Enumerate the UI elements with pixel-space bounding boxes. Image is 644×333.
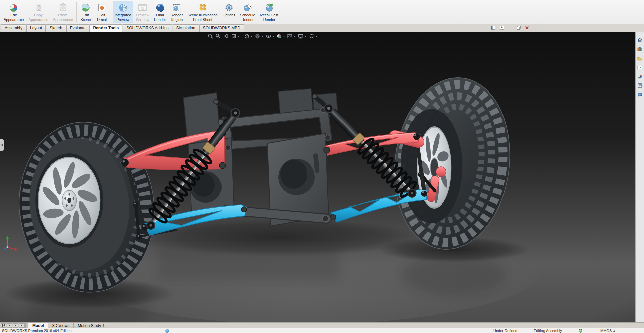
feature-manager-flyout-arrow[interactable] [0, 139, 4, 151]
final-render-button[interactable]: FinalRender [152, 1, 168, 23]
tab-solidworks-add-ins[interactable]: SOLIDWORKS Add-Ins [123, 24, 172, 32]
units-selector[interactable]: MMGS [600, 329, 615, 333]
apply-scene-icon[interactable] [287, 33, 296, 39]
dropdown-caret[interactable] [238, 36, 240, 37]
document-tab-bar: Model 3D Views Motion Study 1 [0, 322, 644, 328]
document-window-controls [490, 25, 530, 30]
zoom-to-fit-icon[interactable] [208, 33, 213, 39]
section-view-icon[interactable] [231, 33, 240, 39]
solidworks-resources-icon[interactable] [637, 37, 643, 43]
edit-scene-icon [81, 2, 91, 13]
edit-appearance-button[interactable]: EditAppearance [2, 1, 26, 23]
command-manager-tab-bar: Assembly Layout Sketch Evaluate Render T… [0, 24, 644, 32]
tab-scroll-buttons [0, 323, 26, 328]
reference-triad [3, 233, 20, 252]
status-bar: SOLIDWORKS Premium 2016 x64 Edition Unde… [0, 328, 644, 333]
view-orientation-icon[interactable] [244, 33, 253, 39]
dropdown-caret[interactable] [272, 36, 274, 37]
tab-layout[interactable]: Layout [26, 24, 46, 32]
preview-window-icon [137, 2, 148, 13]
scene-illumination-proof-sheet-button[interactable]: Scene IlluminationProof Sheet [186, 1, 220, 23]
options-button[interactable]: Options [220, 1, 237, 23]
status-globe-icon[interactable] [579, 329, 582, 333]
custom-properties-icon[interactable] [637, 82, 643, 88]
view-settings-icon[interactable] [298, 33, 307, 39]
dropdown-caret[interactable] [261, 36, 264, 37]
display-style-icon[interactable] [255, 33, 264, 39]
tab-evaluate[interactable]: Evaluate [66, 24, 89, 32]
design-library-icon[interactable] [637, 46, 643, 52]
preview-window-button: PreviewWindow [134, 1, 151, 23]
schedule-render-icon [243, 2, 253, 13]
tab-solidworks-mbd[interactable]: SOLIDWORKS MBD [199, 24, 244, 32]
minimize-icon[interactable] [507, 25, 513, 30]
tab-splitter-handle[interactable] [26, 323, 28, 328]
ribbon-separator [111, 2, 111, 22]
last-tab-button[interactable] [19, 323, 25, 328]
previous-view-icon[interactable] [223, 33, 229, 39]
graphics-area[interactable] [0, 32, 635, 322]
ribbon-render-tools: EditAppearance CopyAppearance PasteAppea… [0, 0, 644, 24]
hud-separator [242, 34, 242, 39]
ribbon-separator [76, 2, 77, 22]
suspension-model-render[interactable] [0, 32, 635, 322]
final-render-icon [155, 2, 165, 13]
caret-up-icon [613, 330, 615, 332]
constraint-status-text: Under Defined [493, 329, 517, 333]
paste-appearance-button: PasteAppearance [51, 1, 75, 23]
integrated-preview-button[interactable]: IntegratedPreview [113, 1, 133, 23]
dropdown-caret[interactable] [305, 36, 307, 37]
hide-show-items-icon[interactable] [266, 33, 274, 39]
heads-up-view-toolbar [206, 33, 319, 40]
edit-decal-button[interactable]: EditDecal [94, 1, 110, 23]
tab-assembly[interactable]: Assembly [1, 24, 26, 32]
rotate-view-icon[interactable] [309, 33, 317, 39]
recall-last-render-icon [264, 2, 274, 13]
tab-3d-views[interactable]: 3D Views [48, 323, 74, 328]
dropdown-caret[interactable] [315, 36, 317, 37]
undock-icon[interactable] [498, 25, 505, 30]
solidworks-forum-icon[interactable] [637, 91, 643, 98]
dropdown-caret[interactable] [294, 36, 296, 37]
zoom-to-area-icon[interactable] [215, 33, 221, 39]
appearances-scenes-icon[interactable] [637, 73, 643, 79]
proof-sheet-icon [198, 2, 208, 13]
file-explorer-icon[interactable] [637, 55, 643, 61]
tab-simulation[interactable]: Simulation [173, 24, 199, 32]
button-label: Edit [10, 13, 17, 17]
edit-scene-button[interactable]: EditScene [78, 1, 93, 23]
tab-sketch[interactable]: Sketch [46, 24, 66, 32]
first-tab-button[interactable] [1, 323, 6, 328]
tab-motion-study-1[interactable]: Motion Study 1 [74, 323, 109, 328]
tab-model[interactable]: Model [28, 323, 48, 328]
close-icon[interactable] [524, 25, 530, 30]
dropdown-caret[interactable] [283, 36, 285, 37]
options-icon [224, 2, 234, 13]
restore-icon[interactable] [515, 25, 522, 30]
status-info-icon[interactable] [165, 329, 169, 333]
copy-appearance-icon [33, 2, 43, 13]
view-palette-icon[interactable] [637, 64, 643, 70]
copy-appearance-button: CopyAppearance [26, 1, 50, 23]
tab-render-tools[interactable]: Render Tools [89, 24, 122, 32]
schedule-render-button[interactable]: ScheduleRender [238, 1, 257, 23]
solidworks-window: EditAppearance CopyAppearance PasteAppea… [0, 0, 644, 333]
edit-decal-icon [97, 2, 107, 13]
next-tab-button[interactable] [13, 323, 18, 328]
render-region-icon [172, 2, 182, 13]
edit-appearance-icon [9, 2, 19, 13]
left-arrow-icon [1, 143, 3, 147]
previous-tab-button[interactable] [7, 323, 12, 328]
edit-appearance-hud-icon[interactable] [276, 33, 285, 39]
recall-last-render-button[interactable]: Recall LastRender [258, 1, 280, 23]
dropdown-caret[interactable] [251, 36, 253, 37]
edition-text: SOLIDWORKS Premium 2016 x64 Edition [2, 329, 72, 333]
task-pane [635, 32, 644, 322]
paste-appearance-icon [58, 2, 68, 13]
integrated-preview-icon [118, 2, 128, 13]
editing-mode-text: Editing Assembly [534, 329, 562, 333]
render-region-button[interactable]: RenderRegion [169, 1, 185, 23]
toggle-panes-icon[interactable] [490, 25, 496, 30]
